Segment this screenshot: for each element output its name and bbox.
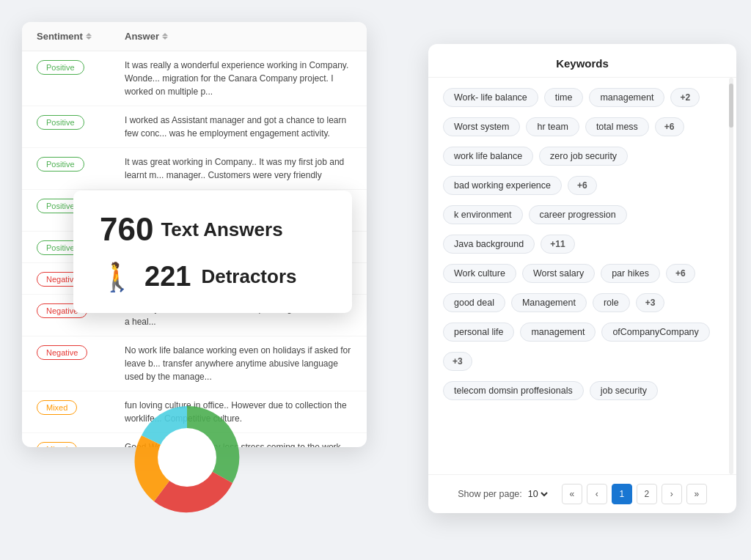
keyword-row: Java background+11: [443, 235, 722, 254]
detractors-count: 221: [144, 261, 191, 292]
overlay-banner: 760 Text Answers 🚶 221 Detractors: [73, 191, 352, 313]
detractors-row: 🚶 221 Detractors: [100, 261, 326, 292]
table-row: NegativeNo work life balance working eve…: [22, 336, 367, 391]
scrollbar: [729, 78, 733, 474]
sentiment-header: Sentiment: [37, 31, 125, 42]
pagination-first[interactable]: «: [562, 484, 582, 504]
keyword-tag: role: [593, 293, 630, 312]
keyword-row: work life balancezero job security: [443, 147, 722, 166]
detractors-label: Detractors: [201, 265, 296, 288]
answer-cell: I worked as Assistant manager and got a …: [125, 114, 352, 140]
keyword-tag: management: [520, 323, 596, 342]
keyword-tag: bad working experience: [443, 176, 562, 195]
keyword-tag: ofCompanyCompany: [601, 323, 709, 342]
keyword-tag: total mess: [585, 117, 649, 136]
keywords-title: Keywords: [428, 44, 736, 78]
answer-cell: It was really a wonderful experience wor…: [125, 59, 352, 98]
scrollbar-thumb[interactable]: [729, 84, 733, 128]
keyword-row: personal lifemanagementofCompanyCompany: [443, 323, 722, 342]
answer-header: Answer: [125, 31, 352, 42]
pagination-page-1[interactable]: 1: [612, 484, 632, 504]
pagination-page-2[interactable]: 2: [637, 484, 657, 504]
keyword-tag: time: [544, 88, 584, 107]
text-answers-row: 760 Text Answers: [100, 211, 326, 248]
text-answers-count: 760: [100, 211, 153, 248]
table-row: PositiveI worked as Assistant manager an…: [22, 106, 367, 148]
keyword-tag: job security: [590, 381, 658, 400]
keyword-row: +3: [443, 352, 722, 371]
keyword-row: bad working experience+6: [443, 176, 722, 195]
pagination-next[interactable]: ›: [662, 484, 682, 504]
keyword-tag: Worst system: [443, 117, 520, 136]
keyword-row: telecom domsin proffesionalsjob security: [443, 381, 722, 400]
table-header: Sentiment Answer: [22, 22, 367, 51]
keyword-plus[interactable]: +11: [541, 235, 574, 254]
per-page-select[interactable]: 10 20 50: [525, 488, 550, 500]
sentiment-badge: Negative: [37, 345, 87, 360]
donut-chart: [114, 391, 260, 523]
keyword-tag: zero job security: [539, 147, 628, 166]
keyword-plus[interactable]: +3: [443, 352, 472, 371]
keyword-tag: hr team: [526, 117, 579, 136]
keyword-plus[interactable]: +6: [666, 264, 695, 283]
sentiment-cell: Mixed: [37, 441, 116, 447]
keyword-row: Work cultureWorst salarypar hikes+6: [443, 264, 722, 283]
answer-cell: It was great working in Company.. It was…: [125, 155, 352, 182]
sentiment-cell: Positive: [37, 59, 116, 75]
answer-sort-icon[interactable]: [162, 33, 168, 40]
keyword-tag: Java background: [443, 235, 535, 254]
text-answers-label: Text Answers: [161, 218, 282, 241]
keywords-card: Keywords Work- life balancetimemanagemen…: [428, 44, 736, 513]
pagination-prev[interactable]: ‹: [587, 484, 607, 504]
show-per-page-label: Show per page:: [458, 489, 522, 499]
sentiment-badge: Positive: [37, 60, 84, 75]
sentiment-badge: Positive: [37, 115, 84, 130]
keywords-body: Work- life balancetimemanagement+2Worst …: [428, 78, 736, 406]
keyword-tag: personal life: [443, 323, 514, 342]
sentiment-cell: Negative: [37, 344, 116, 360]
sentiment-cell: Positive: [37, 155, 116, 172]
keyword-tag: Work- life balance: [443, 88, 538, 107]
sentiment-cell: Mixed: [37, 399, 116, 415]
keyword-tag: Worst salary: [522, 264, 595, 283]
keyword-tag: telecom domsin proffesionals: [443, 381, 584, 400]
show-per-page: Show per page: 10 20 50: [458, 488, 550, 500]
keyword-plus[interactable]: +3: [636, 293, 665, 312]
keyword-plus[interactable]: +2: [670, 88, 700, 107]
keywords-scroll[interactable]: Work- life balancetimemanagement+2Worst …: [428, 78, 736, 474]
pagination-last[interactable]: »: [686, 484, 707, 504]
sentiment-cell: Positive: [37, 114, 116, 130]
keyword-tag: management: [589, 88, 664, 107]
keyword-tag: good deal: [443, 293, 505, 312]
scene: Sentiment Answer PositiveIt was really a…: [0, 0, 751, 560]
keyword-row: good dealManagementrole+3: [443, 293, 722, 312]
keyword-row: k environmentcareer progression: [443, 205, 722, 224]
keyword-tag: career progression: [529, 205, 627, 224]
svg-point-0: [158, 428, 216, 487]
table-row: PositiveIt was great working in Company.…: [22, 148, 367, 190]
keyword-tag: par hikes: [601, 264, 660, 283]
keyword-tag: Work culture: [443, 264, 516, 283]
sentiment-badge: Mixed: [37, 400, 77, 415]
sentiment-badge: Positive: [37, 157, 84, 172]
table-row: PositiveIt was really a wonderful experi…: [22, 51, 367, 106]
answer-cell: No work life balance working even on hol…: [125, 344, 352, 383]
keyword-tag: Management: [511, 293, 587, 312]
keyword-row: Worst systemhr teamtotal mess+6: [443, 117, 722, 136]
keyword-tag: k environment: [443, 205, 523, 224]
keyword-row: Work- life balancetimemanagement+2: [443, 88, 722, 107]
keyword-plus[interactable]: +6: [568, 176, 597, 195]
person-icon: 🚶: [100, 263, 134, 291]
keyword-plus[interactable]: +6: [655, 117, 684, 136]
keyword-tag: work life balance: [443, 147, 533, 166]
keywords-footer: Show per page: 10 20 50 « ‹ 1 2 › »: [428, 474, 736, 513]
sentiment-sort-icon[interactable]: [86, 33, 92, 40]
sentiment-badge: Mixed: [37, 442, 77, 447]
